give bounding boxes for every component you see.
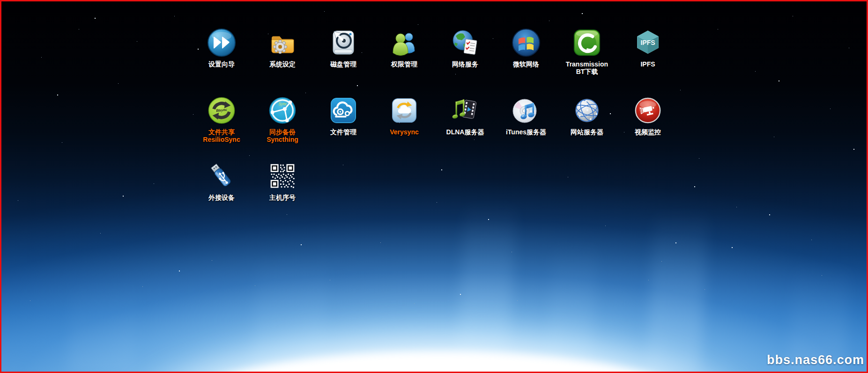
app-label: 文件管理 (330, 128, 356, 136)
music-film-icon (450, 95, 481, 126)
app-video-surveillance[interactable]: 视频监控 (617, 95, 678, 143)
network-globe-icon (571, 95, 602, 126)
cloud-swirl-icon (328, 95, 359, 126)
bittorrent-icon (571, 27, 602, 58)
app-label: 主机序号 (269, 194, 296, 201)
app-setup-wizard[interactable]: 设置向导 (191, 27, 252, 75)
syncthing-network-icon: Sync (267, 95, 298, 126)
app-system-settings[interactable]: 系统设定 (252, 27, 313, 75)
app-syncthing[interactable]: Sync 同步备份 Syncthing (252, 95, 313, 143)
app-dlna-server[interactable]: DLNA服务器 (435, 95, 496, 143)
app-label: DLNA服务器 (446, 128, 484, 136)
app-label: Transmission (566, 60, 608, 68)
app-microsoft-network[interactable]: 微软网络 (496, 27, 556, 75)
nas-desktop: 设置向导 (0, 0, 868, 373)
app-web-server[interactable]: 网站服务器 (556, 95, 617, 143)
sync-icon-text: Sync (279, 101, 288, 106)
app-label: 微软网络 (513, 60, 539, 68)
app-label: 设置向导 (208, 60, 235, 68)
app-label: IPFS (640, 60, 655, 68)
app-itunes-server[interactable]: iTunes服务器 (496, 95, 556, 143)
app-label: 同步备份 (269, 128, 296, 136)
sync-arrows-icon: Btsync (206, 95, 237, 126)
usb-drive-icon (206, 161, 237, 191)
app-label: 网络服务 (452, 60, 478, 68)
app-file-management[interactable]: 文件管理 (313, 95, 374, 143)
hard-disk-icon (328, 27, 359, 58)
app-verysync[interactable]: Verysync (374, 95, 435, 143)
users-icon (389, 27, 420, 58)
ipfs-hexagon-icon: IPFS (632, 27, 663, 58)
folder-gear-icon (267, 27, 298, 58)
app-row-2: Btsync 文件共享 ResilioSync (191, 95, 678, 143)
app-label: 视频监控 (635, 128, 661, 136)
app-ipfs[interactable]: IPFS IPFS (617, 27, 678, 75)
app-disk-management[interactable]: 磁盘管理 (313, 27, 374, 75)
cd-music-note-icon (511, 95, 542, 126)
app-external-devices[interactable]: 外接设备 (191, 161, 252, 201)
app-host-serial[interactable]: 主机序号 (252, 161, 313, 201)
app-label: iTunes服务器 (506, 128, 546, 136)
app-label: 系统设定 (269, 60, 296, 68)
app-sublabel: BT下载 (576, 68, 598, 75)
app-sublabel: Syncthing (267, 136, 298, 143)
app-resilio-sync[interactable]: Btsync 文件共享 ResilioSync (191, 95, 252, 143)
setup-wizard-icon (206, 27, 237, 58)
starfield-bright (0, 0, 1, 1)
windows-logo-icon (511, 27, 542, 58)
app-label: 权限管理 (391, 60, 417, 68)
app-transmission-bt[interactable]: Transmission BT下载 (556, 27, 617, 75)
app-label: 网站服务器 (571, 128, 603, 136)
globe-checklist-icon (450, 27, 481, 58)
app-row-1: 设置向导 (191, 27, 678, 75)
app-label: 文件共享 (208, 128, 235, 136)
qr-code-icon (267, 161, 298, 191)
watermark: bbs.nas66.com (767, 353, 864, 367)
ipfs-icon-text: IPFS (640, 39, 655, 46)
sync-cloud-arrows-icon (389, 95, 420, 126)
cctv-camera-icon (632, 95, 663, 126)
app-label: 外接设备 (208, 194, 235, 201)
app-label: 磁盘管理 (330, 60, 356, 68)
app-permission-management[interactable]: 权限管理 (374, 27, 435, 75)
app-label: Verysync (390, 128, 419, 136)
app-row-3: 外接设备 主机序号 (191, 161, 313, 201)
app-sublabel: ResilioSync (203, 136, 240, 143)
app-network-services[interactable]: 网络服务 (435, 27, 496, 75)
